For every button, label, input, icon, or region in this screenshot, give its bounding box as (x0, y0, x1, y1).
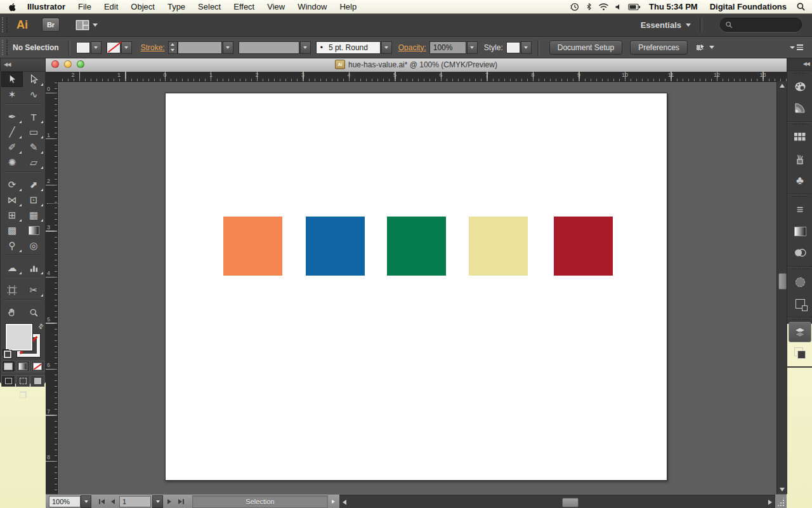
menu-select[interactable]: Select (192, 2, 227, 11)
panel-group-grip[interactable] (787, 318, 812, 322)
gradient-tool[interactable] (23, 223, 44, 238)
window-resize-grip[interactable] (775, 495, 787, 508)
rotate-tool[interactable]: ⟳ (1, 177, 23, 192)
vertical-scrollbar[interactable] (776, 81, 787, 494)
green-square[interactable] (387, 217, 446, 276)
blend-tool[interactable]: ◎ (23, 238, 44, 253)
shape-builder-tool[interactable]: ⊞ (1, 208, 23, 223)
search-input[interactable] (720, 18, 802, 32)
brush-definition-dropdown[interactable] (381, 41, 392, 54)
menu-file[interactable]: File (72, 2, 98, 11)
direct-selection-tool[interactable] (23, 72, 44, 87)
line-tool[interactable]: ╱ (1, 124, 23, 140)
preferences-button[interactable]: Preferences (630, 41, 688, 55)
gradient-mode-button[interactable] (16, 361, 30, 372)
brush-definition-field[interactable]: • 5 pt. Round (316, 41, 381, 54)
draw-inside-button[interactable] (30, 375, 44, 387)
variable-width-profile-field[interactable] (239, 41, 299, 54)
scroll-left-button[interactable] (339, 495, 350, 508)
variable-width-profile-dropdown[interactable] (300, 41, 311, 54)
battery-icon[interactable] (628, 3, 641, 11)
wifi-icon[interactable] (598, 3, 609, 11)
menu-illustrator[interactable]: Illustrator (21, 2, 72, 11)
panel-appearance-button[interactable] (787, 271, 812, 293)
artboard-number-dropdown[interactable] (152, 495, 163, 508)
blob-brush-tool[interactable]: ✺ (1, 155, 23, 170)
menu-help[interactable]: Help (333, 2, 363, 11)
menu-type[interactable]: Type (161, 2, 192, 11)
eraser-tool[interactable]: ▱ (23, 155, 44, 170)
yellow-square[interactable] (469, 217, 528, 276)
stroke-weight-stepper[interactable] (168, 41, 178, 54)
zoom-level-field[interactable]: 100% (49, 496, 81, 507)
control-panel-menu-button[interactable] (790, 44, 803, 50)
stroke-color-swatch[interactable] (107, 42, 121, 53)
tools-panel-header[interactable]: ◀◀ (1, 58, 45, 72)
paintbrush-tool[interactable]: ✐ (1, 140, 23, 155)
panel-swatches-button[interactable] (787, 126, 812, 148)
type-tool[interactable]: T (23, 109, 44, 124)
vertical-scrollbar-thumb[interactable] (778, 273, 787, 290)
width-tool[interactable]: ⋈ (1, 192, 23, 208)
stroke-weight-dropdown[interactable] (223, 41, 233, 54)
panel-group-grip[interactable] (787, 71, 812, 76)
ruler-origin-corner[interactable] (46, 72, 58, 82)
spotlight-icon[interactable] (796, 2, 806, 11)
panel-gradient-button[interactable] (787, 220, 812, 242)
default-fill-stroke-icon[interactable] (3, 349, 11, 358)
menubar-clock[interactable]: Thu 5:34 PM (646, 2, 700, 11)
status-flyout-button[interactable] (328, 496, 338, 507)
eyedropper-tool[interactable]: ⚲ (1, 238, 23, 253)
select-similar-button[interactable] (695, 42, 714, 53)
blue-square[interactable] (306, 217, 365, 276)
menu-window[interactable]: Window (291, 2, 333, 11)
collapse-dock-icon[interactable]: ◀◀ (803, 61, 809, 67)
draw-behind-button[interactable] (16, 375, 30, 387)
menubar-user[interactable]: Digital Foundations (706, 2, 790, 11)
collapse-panel-icon[interactable]: ◀◀ (4, 62, 10, 67)
stroke-color-dropdown[interactable] (121, 41, 132, 54)
perspective-grid-tool[interactable]: ▦ (23, 208, 44, 223)
scroll-down-button[interactable] (777, 485, 787, 494)
artboard-tool[interactable] (1, 283, 23, 298)
horizontal-scrollbar-thumb[interactable] (562, 498, 579, 507)
first-artboard-button[interactable] (96, 497, 107, 507)
menu-effect[interactable]: Effect (227, 2, 261, 11)
panel-transparency-button[interactable] (787, 242, 812, 264)
opacity-dropdown[interactable] (467, 41, 478, 54)
rectangle-tool[interactable]: ▭ (23, 124, 44, 140)
menu-view[interactable]: View (261, 2, 291, 11)
zoom-tool[interactable] (23, 305, 44, 320)
hand-tool[interactable] (1, 305, 23, 320)
vertical-ruler[interactable]: 012345678 (46, 81, 58, 494)
panel-layers-button[interactable] (789, 322, 811, 342)
stroke-weight-field[interactable] (178, 41, 222, 54)
panel-group-grip[interactable] (787, 267, 812, 271)
swap-fill-stroke-icon[interactable]: ⇄ (36, 322, 45, 331)
zoom-level-dropdown[interactable] (81, 495, 91, 508)
panel-group-grip[interactable] (787, 122, 812, 126)
pencil-tool[interactable]: ✎ (23, 140, 44, 155)
draw-normal-button[interactable] (1, 375, 15, 387)
red-square[interactable] (554, 217, 613, 276)
symbol-sprayer-tool[interactable]: ☁ (1, 260, 23, 276)
document-setup-button[interactable]: Document Setup (549, 41, 622, 55)
bluetooth-icon[interactable] (586, 2, 593, 11)
scale-tool[interactable]: ⬈ (23, 177, 44, 192)
slice-tool[interactable]: ✂ (23, 283, 44, 298)
appbar-grip-handle[interactable] (2, 17, 8, 32)
fill-color-dropdown[interactable] (91, 41, 102, 54)
workspace-switcher[interactable]: Essentials (641, 20, 691, 30)
panel-stroke-button[interactable]: ≡ (787, 199, 812, 220)
column-graph-tool[interactable] (23, 260, 44, 276)
panel-artboards-button[interactable] (787, 342, 812, 364)
horizontal-scrollbar[interactable] (339, 495, 775, 508)
controlbar-grip-handle[interactable] (2, 40, 8, 55)
mesh-tool[interactable]: ▩ (1, 223, 23, 238)
style-dropdown[interactable] (521, 41, 532, 54)
next-artboard-button[interactable] (164, 497, 174, 507)
document-titlebar[interactable]: Ai hue-has-value.ai* @ 100% (CMYK/Previe… (46, 57, 787, 72)
fill-color-swatch[interactable] (76, 42, 90, 53)
change-screen-mode-button[interactable]: ❐ (19, 391, 27, 400)
opacity-field[interactable]: 100% (429, 41, 466, 54)
